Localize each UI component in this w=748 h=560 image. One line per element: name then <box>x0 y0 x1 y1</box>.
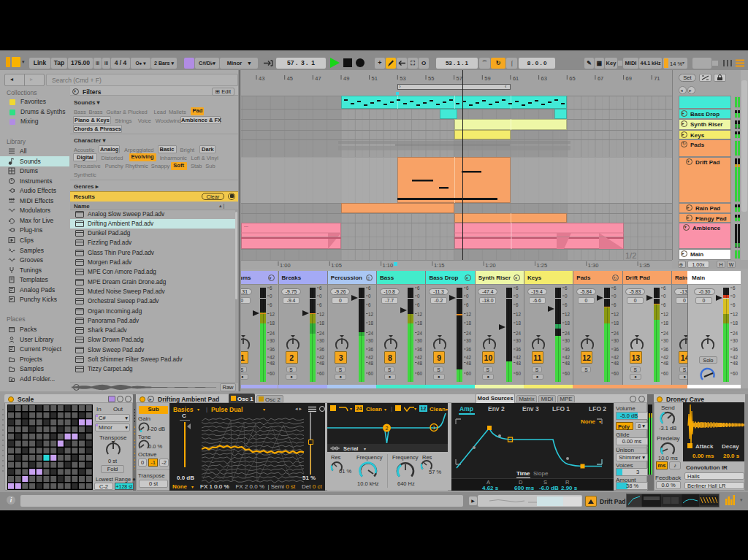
svg-text:18: 18 <box>516 321 522 326</box>
svg-text:12: 12 <box>466 312 472 317</box>
svg-text:60: 60 <box>516 371 522 376</box>
svg-text:0: 0 <box>319 294 322 299</box>
svg-text:6: 6 <box>319 302 322 307</box>
svg-text:24: 24 <box>565 331 570 336</box>
svg-text:24: 24 <box>466 331 472 336</box>
svg-text:42: 42 <box>368 355 374 360</box>
svg-text:12: 12 <box>319 312 325 317</box>
svg-text:42: 42 <box>466 355 472 360</box>
svg-text:1:25: 1:25 <box>537 262 548 269</box>
svg-text:60: 60 <box>466 371 472 376</box>
svg-text:6: 6 <box>733 302 736 307</box>
svg-text:12: 12 <box>516 312 522 317</box>
svg-text:42: 42 <box>565 355 570 360</box>
svg-text:59: 59 <box>484 75 490 82</box>
svg-text:0: 0 <box>614 294 617 299</box>
svg-text:36: 36 <box>319 347 325 352</box>
svg-text:12: 12 <box>270 312 275 317</box>
svg-text:0: 0 <box>733 294 736 299</box>
svg-text:18: 18 <box>466 321 472 326</box>
svg-text:6: 6 <box>614 285 617 291</box>
svg-text:0.00 ms: 0.00 ms <box>692 453 714 459</box>
svg-text:6: 6 <box>516 285 519 291</box>
svg-text:36: 36 <box>270 347 275 352</box>
svg-text:1:10: 1:10 <box>383 262 394 269</box>
svg-text:60: 60 <box>614 371 619 376</box>
svg-text:30: 30 <box>733 338 739 343</box>
svg-text:42: 42 <box>663 355 669 360</box>
svg-text:30: 30 <box>614 338 619 343</box>
svg-text:18: 18 <box>663 321 669 326</box>
svg-text:20.0 s: 20.0 s <box>723 453 740 459</box>
svg-text:48: 48 <box>417 361 423 366</box>
svg-text:48: 48 <box>565 361 570 366</box>
svg-text:60: 60 <box>319 371 325 376</box>
svg-text:6: 6 <box>516 302 519 307</box>
svg-text:48: 48 <box>614 361 619 366</box>
svg-text:30: 30 <box>417 338 423 343</box>
svg-text:51: 51 <box>372 75 378 82</box>
svg-text:47: 47 <box>315 75 321 82</box>
svg-text:36: 36 <box>368 347 374 352</box>
svg-text:6: 6 <box>368 285 371 291</box>
svg-text:1:30: 1:30 <box>588 262 599 269</box>
svg-text:0: 0 <box>466 294 469 299</box>
svg-text:60: 60 <box>417 371 423 376</box>
svg-text:6: 6 <box>663 302 666 307</box>
svg-text:24: 24 <box>614 331 619 336</box>
svg-text:12: 12 <box>663 312 669 317</box>
svg-text:0: 0 <box>270 294 272 299</box>
svg-text:55: 55 <box>428 75 434 82</box>
svg-text:24: 24 <box>319 331 325 336</box>
svg-text:42: 42 <box>319 355 325 360</box>
svg-text:63: 63 <box>541 75 547 82</box>
svg-text:48: 48 <box>663 361 669 366</box>
svg-text:18: 18 <box>368 321 374 326</box>
svg-text:24: 24 <box>270 331 275 336</box>
svg-text:67: 67 <box>598 75 603 82</box>
svg-text:48: 48 <box>270 361 275 366</box>
svg-text:1:20: 1:20 <box>485 262 496 269</box>
svg-text:24: 24 <box>733 331 739 336</box>
svg-text:30: 30 <box>270 338 275 343</box>
svg-text:6: 6 <box>417 302 420 307</box>
svg-text:43: 43 <box>259 75 264 82</box>
svg-text:1:00: 1:00 <box>280 262 291 269</box>
svg-text:48: 48 <box>319 361 325 366</box>
svg-text:6: 6 <box>663 285 666 291</box>
svg-text:60: 60 <box>663 371 669 376</box>
svg-text:30: 30 <box>319 338 325 343</box>
svg-text:36: 36 <box>614 347 619 352</box>
svg-text:48: 48 <box>466 361 472 366</box>
svg-text:36: 36 <box>417 347 423 352</box>
svg-text:12: 12 <box>417 312 423 317</box>
svg-text:2: 2 <box>386 426 389 431</box>
svg-text:1: 1 <box>432 425 435 430</box>
svg-text:18: 18 <box>565 321 570 326</box>
svg-text:30: 30 <box>663 338 669 343</box>
svg-text:24: 24 <box>417 331 423 336</box>
svg-text:12: 12 <box>565 312 570 317</box>
svg-text:24: 24 <box>516 331 522 336</box>
svg-text:36: 36 <box>565 347 570 352</box>
svg-text:6: 6 <box>466 302 469 307</box>
svg-text:42: 42 <box>733 355 739 360</box>
svg-text:71: 71 <box>654 75 660 82</box>
svg-text:6: 6 <box>614 302 617 307</box>
svg-text:24: 24 <box>368 331 374 336</box>
svg-text:36: 36 <box>466 347 472 352</box>
svg-text:18: 18 <box>733 321 739 326</box>
svg-text:36: 36 <box>663 347 669 352</box>
svg-text:Decay: Decay <box>722 443 739 450</box>
svg-text:48: 48 <box>368 361 374 366</box>
svg-text:49: 49 <box>343 75 349 82</box>
svg-text:0: 0 <box>516 294 519 299</box>
svg-text:30: 30 <box>516 338 522 343</box>
svg-text:6: 6 <box>270 302 272 307</box>
svg-text:18: 18 <box>319 321 325 326</box>
svg-text:1:15: 1:15 <box>434 262 445 269</box>
svg-text:42: 42 <box>614 355 619 360</box>
svg-text:24: 24 <box>663 331 669 336</box>
svg-text:18: 18 <box>417 321 423 326</box>
svg-text:1:35: 1:35 <box>639 262 650 269</box>
